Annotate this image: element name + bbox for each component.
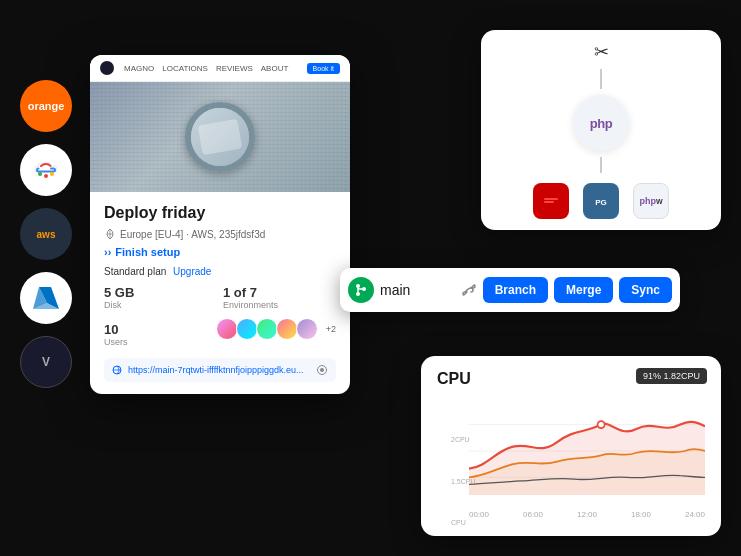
vm-label: V xyxy=(42,355,50,369)
link-icon xyxy=(461,282,477,298)
svg-point-2 xyxy=(50,172,54,176)
svg-point-19 xyxy=(362,287,366,291)
plan-info: Standard plan Upgrade xyxy=(104,266,336,277)
users-row: 10 Users +2 xyxy=(104,318,336,350)
upgrade-link[interactable]: Upgrade xyxy=(173,266,211,277)
nav-magno: MAGNO xyxy=(124,64,154,73)
user-avatars: +2 xyxy=(216,318,336,340)
svg-point-10 xyxy=(320,368,324,372)
php-main-badge: php xyxy=(573,95,629,151)
azure-icon xyxy=(31,285,61,311)
connector-line-bottom xyxy=(600,157,602,173)
avatar-4 xyxy=(276,318,298,340)
nav-locations: LOCATIONS xyxy=(162,64,208,73)
url-icon xyxy=(112,365,122,375)
disk-stat: 5 GB Disk xyxy=(104,285,217,310)
branch-button[interactable]: Branch xyxy=(483,277,548,303)
card-logo xyxy=(100,61,114,75)
avatar-1 xyxy=(216,318,238,340)
region-text: Europe [EU-4] · AWS, 235jfdsf3d xyxy=(120,229,265,240)
sync-button[interactable]: Sync xyxy=(619,277,672,303)
aws-label: aws xyxy=(37,229,56,240)
svg-point-18 xyxy=(356,292,360,296)
branch-bar: main Branch Merge Sync xyxy=(340,268,680,312)
cpu-chart-card: CPU 91% 1.82CPU 2CPU 1.5CPU CPU 00: xyxy=(421,356,721,536)
workflow-top: ✂ php xyxy=(573,41,629,173)
cpu-chart-area: 2CPU 1.5CPU CPU xyxy=(437,396,705,506)
php-worker-icon: php W xyxy=(633,183,669,219)
deploy-title: Deploy friday xyxy=(104,204,336,222)
card-nav: MAGNO LOCATIONS REVIEWS ABOUT Book it xyxy=(90,55,350,82)
deploy-region: Europe [EU-4] · AWS, 235jfdsf3d xyxy=(104,228,336,240)
deploy-url-bar[interactable]: https://main-7rqtwti-iffffktnnfjoipppigg… xyxy=(104,358,336,382)
deploy-hero-image xyxy=(90,82,350,192)
postgres-icon: PG xyxy=(590,190,612,212)
avatar-2 xyxy=(236,318,258,340)
svg-text:PG: PG xyxy=(595,198,607,207)
orange-label: orange xyxy=(28,100,65,112)
cloud-logos-list: orange aws V xyxy=(20,80,72,388)
x-axis-labels: 00:00 06:00 12:00 18:00 24:00 xyxy=(469,510,705,519)
workflow-inner: ✂ php PG php xyxy=(481,30,721,230)
svg-point-17 xyxy=(356,284,360,288)
y-axis-labels: 2CPU 1.5CPU CPU xyxy=(451,436,476,526)
users-count: 10 Users xyxy=(104,322,128,347)
workflow-services: PG php W xyxy=(533,183,669,219)
logo-azure xyxy=(20,272,72,324)
git-icon xyxy=(348,277,374,303)
deploy-stats: 5 GB Disk 1 of 7 Environments xyxy=(104,285,336,310)
svg-rect-13 xyxy=(544,198,558,200)
logo-orange: orange xyxy=(20,80,72,132)
cpu-tooltip: 91% 1.82CPU xyxy=(636,368,707,384)
cpu-chart-svg xyxy=(469,396,705,506)
avatar-5 xyxy=(296,318,318,340)
gcloud-icon xyxy=(31,159,61,181)
logo-vm: V xyxy=(20,336,72,388)
workflow-card: ✂ php PG php xyxy=(481,30,721,230)
postgres-service-icon: PG xyxy=(583,183,619,219)
logo-aws: aws xyxy=(20,208,72,260)
region-icon xyxy=(104,228,116,240)
scissors-icon: ✂ xyxy=(594,41,609,63)
porthole-image xyxy=(185,102,255,172)
svg-point-0 xyxy=(38,172,42,176)
avatar-3 xyxy=(256,318,278,340)
branch-name: main xyxy=(380,282,455,298)
finish-setup-link[interactable]: ›› Finish setup xyxy=(104,246,336,258)
redis-service-icon xyxy=(533,183,569,219)
env-stat: 1 of 7 Environments xyxy=(223,285,336,310)
deploy-card-body: Deploy friday Europe [EU-4] · AWS, 235jf… xyxy=(90,192,350,394)
git-branch-icon xyxy=(354,283,368,297)
connector-line-top xyxy=(600,69,602,89)
svg-point-24 xyxy=(598,421,605,428)
extra-users: +2 xyxy=(326,324,336,334)
redis-icon xyxy=(540,190,562,212)
merge-button[interactable]: Merge xyxy=(554,277,613,303)
svg-rect-14 xyxy=(544,201,554,203)
nav-reviews: REVIEWS xyxy=(216,64,253,73)
nav-about: ABOUT xyxy=(261,64,289,73)
deploy-card: MAGNO LOCATIONS REVIEWS ABOUT Book it De… xyxy=(90,55,350,394)
svg-point-1 xyxy=(44,174,48,178)
settings-icon[interactable] xyxy=(316,364,328,376)
card-nav-links: MAGNO LOCATIONS REVIEWS ABOUT xyxy=(124,64,297,73)
logo-gcloud xyxy=(20,144,72,196)
url-text: https://main-7rqtwti-iffffktnnfjoipppigg… xyxy=(128,365,310,375)
book-button[interactable]: Book it xyxy=(307,63,340,74)
